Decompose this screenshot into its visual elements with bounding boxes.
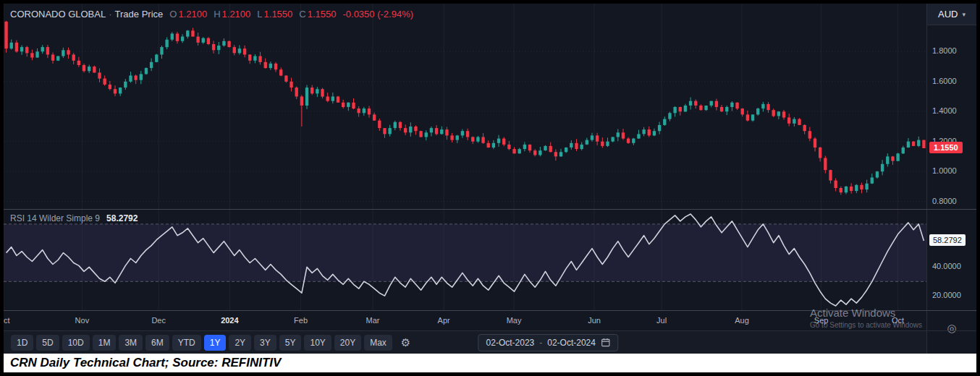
range-button-10d[interactable]: 10D — [62, 335, 90, 351]
toolbar-divider — [4, 330, 976, 331]
time-label-oct: Oct — [4, 316, 10, 325]
chart-area: CORONADO GLOBAL·Trade PriceO1.2100H1.210… — [4, 4, 976, 354]
price-pane[interactable]: CORONADO GLOBAL·Trade PriceO1.2100H1.210… — [4, 4, 926, 209]
price-tick-0.8000: 0.8000 — [932, 197, 957, 205]
price-tick-1.0000: 1.0000 — [932, 166, 957, 175]
range-button-5y[interactable]: 5Y — [279, 335, 302, 351]
range-button-1y[interactable]: 1Y — [204, 335, 227, 351]
time-label-aug: Aug — [735, 316, 749, 325]
pane-divider[interactable] — [4, 209, 976, 210]
time-label-apr: Apr — [438, 316, 450, 325]
time-label-feb: Feb — [294, 316, 308, 325]
price-scale-column[interactable]: AUD ▾ 1.80001.60001.40001.20001.00000.80… — [926, 4, 976, 354]
currency-selector[interactable]: AUD ▾ — [927, 4, 976, 25]
rsi-pane[interactable]: RSI 14 Wilder Simple 958.2792 — [4, 210, 926, 310]
time-label-mar: Mar — [366, 316, 380, 325]
crosshair-target-icon[interactable]: ◎ — [947, 322, 956, 335]
chevron-down-icon: ▾ — [962, 11, 966, 18]
time-label-jun: Jun — [588, 316, 601, 325]
time-label-oct: Oct — [892, 316, 904, 325]
range-button-10y[interactable]: 10Y — [304, 335, 331, 351]
range-buttons: 1D5D10D1M3M6MYTD1Y2Y3Y5Y10Y20YMax — [11, 335, 395, 351]
chart-window: CORONADO GLOBAL·Trade PriceO1.2100H1.210… — [0, 0, 980, 376]
time-label-dec: Dec — [151, 316, 166, 325]
axis-divider — [4, 310, 976, 311]
date-start: 02-Oct-2023 — [486, 338, 535, 348]
price-tick-1.6000: 1.6000 — [932, 77, 957, 85]
time-label-jul: Jul — [656, 316, 667, 325]
caption-text: CRN Daily Technical Chart; Source: REFIN… — [10, 356, 281, 370]
range-button-5d[interactable]: 5D — [36, 335, 59, 351]
range-button-ytd[interactable]: YTD — [172, 335, 201, 351]
time-label-2024: 2024 — [221, 316, 238, 325]
currency-value: AUD — [938, 9, 958, 20]
range-button-3m[interactable]: 3M — [119, 335, 143, 351]
time-axis[interactable]: OctNovDec2024FebMarAprMayJunJulAugSepOct — [4, 311, 926, 330]
range-button-1m[interactable]: 1M — [93, 335, 117, 351]
date-separator: - — [539, 338, 542, 348]
rsi-chart[interactable] — [4, 210, 926, 310]
range-button-3y[interactable]: 3Y — [254, 335, 276, 351]
gear-icon[interactable]: ⚙ — [401, 336, 410, 349]
candlestick-chart[interactable] — [4, 4, 926, 209]
range-button-1d[interactable]: 1D — [11, 335, 33, 351]
rsi-tick-20.0000: 20.0000 — [932, 291, 961, 299]
rsi-value-badge: 58.2792 — [929, 234, 966, 246]
bottom-toolbar: 1D5D10D1M3M6MYTD1Y2Y3Y5Y10Y20YMax ⚙ 02-O… — [4, 331, 926, 354]
time-label-may: May — [507, 316, 522, 325]
time-label-sep: Sep — [814, 316, 829, 325]
last-price-badge: 1.1550 — [929, 142, 963, 153]
chart-main-column: CORONADO GLOBAL·Trade PriceO1.2100H1.210… — [4, 4, 926, 354]
time-label-nov: Nov — [75, 316, 90, 325]
range-button-20y[interactable]: 20Y — [334, 335, 361, 351]
rsi-tick-40.0000: 40.0000 — [932, 262, 961, 270]
date-range-picker[interactable]: 02-Oct-2023 - 02-Oct-2024 — [478, 334, 618, 351]
calendar-icon — [601, 338, 610, 347]
range-button-2y[interactable]: 2Y — [229, 335, 251, 351]
date-end: 02-Oct-2024 — [547, 338, 596, 348]
price-tick-1.8000: 1.8000 — [932, 46, 957, 55]
price-tick-1.4000: 1.4000 — [932, 106, 957, 115]
range-button-max[interactable]: Max — [364, 335, 392, 351]
range-button-6m[interactable]: 6M — [145, 335, 169, 351]
caption-strip: CRN Daily Technical Chart; Source: REFIN… — [4, 354, 976, 372]
